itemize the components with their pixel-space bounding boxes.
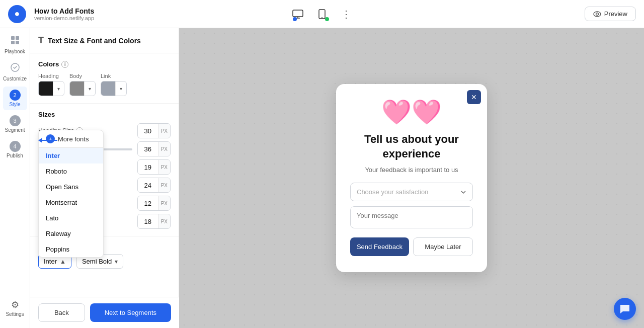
sidebar-item-segment[interactable]: 3 Segment [3,112,27,136]
mobile-view-icon[interactable] [314,6,330,22]
body-color-picker[interactable]: ▾ [69,81,96,96]
footnote-size-input-wrap: PX [137,196,171,211]
heading-size-unit: PX [158,124,170,138]
modal-subtext: Your feedback is important to us [350,166,473,174]
body-color-swatch [70,81,84,96]
heading-color-swatch [39,81,53,96]
svg-point-5 [594,12,601,17]
extra-size-unit: PX [158,214,170,228]
font-option-opensans[interactable]: Open Sans [39,179,103,195]
sidebar-item-playbook[interactable]: Playbook [3,32,27,57]
sizes-title: Sizes [38,111,171,118]
maybe-later-button[interactable]: Maybe Later [413,237,473,256]
font-option-roboto[interactable]: Roboto [39,163,103,179]
link-color-picker[interactable]: ▾ [101,81,127,96]
playbook-icon [10,35,20,48]
color-pickers-row: Heading ▾ Body ▾ Link ▾ [38,73,171,96]
sidebar-item-publish[interactable]: 4 Publish [3,138,27,161]
heading-color-chevron: ▾ [53,81,64,96]
sidebar-item-customize[interactable]: Customize [3,59,27,85]
link-color-col: Link ▾ [101,73,127,96]
customize-icon [10,62,20,75]
button-size-input[interactable] [138,178,158,192]
colors-title: Colors i [38,60,171,68]
svg-point-4 [321,17,323,18]
body-size-input-wrap: PX [137,159,171,175]
body-color-chevron: ▾ [84,81,95,96]
button-size-unit: PX [158,178,170,192]
body-size-unit: PX [158,160,170,174]
subheading-size-unit: PX [158,142,170,156]
extra-size-input[interactable] [138,214,158,228]
font-dropdown: + More fonts Inter Roboto Open Sans Mont… [38,130,104,258]
main-preview-area: ✕ 🩷🩷 Tell us about your experience Your … [179,28,644,328]
font-option-raleway[interactable]: Raleway [39,226,103,241]
heading-size-input-wrap: PX [137,123,171,138]
svg-rect-10 [16,41,19,44]
svg-rect-0 [293,10,303,17]
panel-footer: Back Next to Segments [30,297,179,328]
link-color-swatch [101,81,115,96]
footnote-size-input[interactable] [138,196,158,210]
topbar-center-controls: ⋮ [290,6,354,22]
subheading-size-input[interactable] [138,142,158,156]
modal-heading: Tell us about your experience [350,132,473,161]
svg-rect-7 [11,36,15,40]
sidebar: Playbook Customize 2 Style 3 Segment 4 P… [0,28,30,328]
footnote-size-unit: PX [158,196,170,210]
next-to-segments-button[interactable]: Next to Segments [90,303,171,322]
button-size-input-wrap: PX [137,178,171,193]
more-options-icon[interactable]: ⋮ [338,6,354,22]
panel-title: Text Size & Font and Colors [48,37,141,45]
text-icon: T [38,35,44,46]
font-option-inter[interactable]: Inter [39,148,103,163]
svg-rect-8 [16,36,19,40]
sidebar-item-style[interactable]: 2 Style [3,87,27,110]
more-fonts-arrow [38,138,57,143]
modal-buttons: Send Feedback Maybe Later [350,237,473,256]
svg-point-6 [596,13,598,15]
sidebar-item-settings[interactable]: ⚙ Settings [3,296,27,320]
colors-info-icon[interactable]: i [61,61,68,68]
body-size-input[interactable] [138,160,158,174]
preview-button[interactable]: Preview [585,7,636,21]
feedback-modal: ✕ 🩷🩷 Tell us about your experience Your … [336,84,487,272]
arrow-head-icon [38,138,42,143]
arrow-line [42,140,57,141]
app-logo: ● [8,5,26,23]
font-option-montserrat[interactable]: Montserrat [39,195,103,210]
send-feedback-button[interactable]: Send Feedback [350,237,409,256]
font-option-lato[interactable]: Lato [39,210,103,226]
modal-emoji: 🩷🩷 [350,100,473,124]
heading-size-input[interactable] [138,124,158,138]
modal-close-button[interactable]: ✕ [467,90,481,104]
desktop-view-icon[interactable] [290,6,306,22]
font-option-poppins[interactable]: Poppins [39,241,103,257]
back-button[interactable]: Back [38,303,85,322]
publish-step-number: 4 [10,141,21,152]
heading-color-picker[interactable]: ▾ [38,81,64,96]
subheading-size-input-wrap: PX [137,141,171,156]
colors-section: Colors i Heading ▾ Body ▾ Link [30,53,179,104]
body-color-col: Body ▾ [69,73,96,96]
style-step-number: 2 [10,90,21,101]
extra-size-input-wrap: PX [137,214,171,229]
settings-icon: ⚙ [11,299,19,310]
link-color-chevron: ▾ [115,81,126,96]
message-textarea[interactable] [350,206,473,228]
chat-bubble-button[interactable] [614,298,636,320]
topbar: ● How to Add Fonts version-demo.netlify.… [0,0,644,28]
panel-header: T Text Size & Font and Colors [30,28,179,53]
heading-color-col: Heading ▾ [38,73,64,96]
font-family-chevron-icon: ▲ [60,258,66,265]
svg-rect-9 [11,41,15,44]
segment-step-number: 3 [10,115,21,126]
font-weight-chevron-icon: ▾ [115,258,118,265]
satisfaction-select[interactable]: Choose your satisfaction [350,183,473,201]
